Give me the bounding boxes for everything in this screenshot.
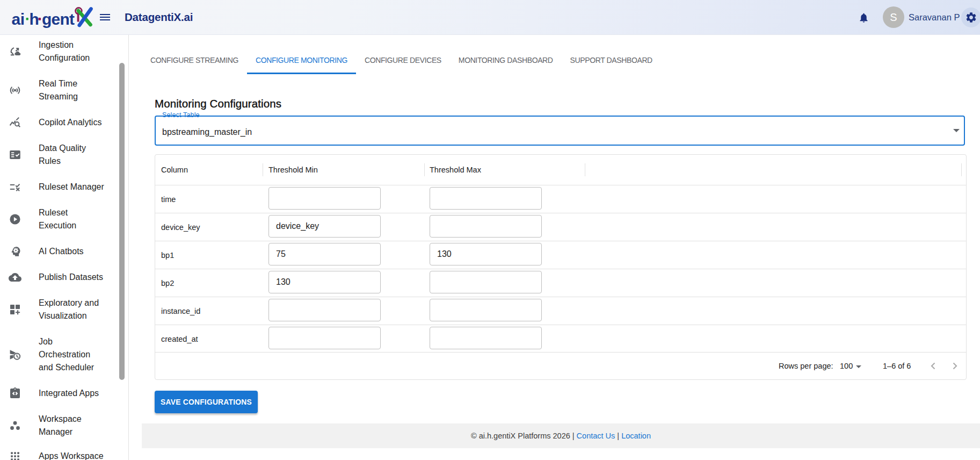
svg-text:h: h xyxy=(29,10,39,28)
svg-text:ai: ai xyxy=(12,10,25,28)
svg-text:gent: gent xyxy=(42,10,75,28)
